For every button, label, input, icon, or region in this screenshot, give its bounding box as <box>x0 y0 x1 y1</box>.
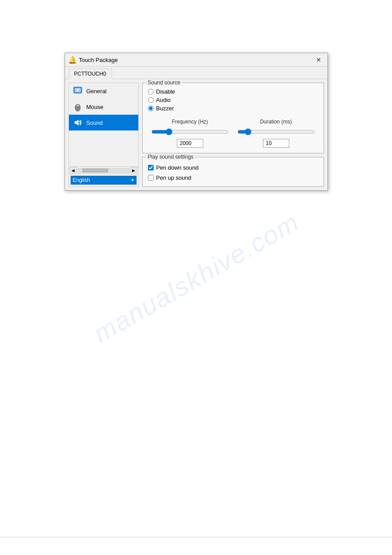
frequency-slider-group: Frequency (Hz) <box>151 119 229 148</box>
tab-bar: PCTTOUCH0 <box>65 67 327 79</box>
duration-slider-control <box>237 127 315 136</box>
close-button[interactable]: ✕ <box>313 54 324 65</box>
nav-item-mouse[interactable]: Mouse <box>69 99 138 115</box>
svg-point-8 <box>76 105 79 106</box>
dialog-title: Touch Package <box>79 57 324 63</box>
bottom-separator <box>0 537 392 537</box>
sound-label: Sound <box>86 120 103 126</box>
radio-disable[interactable]: Disable <box>148 88 318 95</box>
radio-disable-input[interactable] <box>148 89 154 94</box>
pen-down-checkbox[interactable] <box>148 165 154 170</box>
duration-slider-group: Duration (ms) <box>237 119 315 148</box>
pen-up-label: Pen up sound <box>156 174 191 181</box>
language-select[interactable]: English French German Spanish Japanese <box>71 176 137 185</box>
play-sound-group: Play sound settings Pen down sound Pen u… <box>142 157 324 187</box>
pen-down-checkbox-item[interactable]: Pen down sound <box>148 164 318 171</box>
sound-source-legend: Sound source <box>146 80 182 86</box>
play-sound-content: Pen down sound Pen up sound <box>148 164 318 181</box>
sliders-container: Frequency (Hz) Duration (ms) <box>148 119 318 148</box>
pen-down-label: Pen down sound <box>156 164 199 171</box>
dialog-body: i General Mouse <box>65 79 327 190</box>
nav-scroll-area <box>69 131 138 167</box>
svg-marker-9 <box>75 120 79 126</box>
dialog-icon: 🔔 <box>68 56 76 64</box>
sound-source-group: Sound source Disable Audio Buzzer <box>142 83 324 153</box>
watermark: manualskhive.com <box>88 206 304 348</box>
general-label: General <box>86 88 107 94</box>
duration-value-input[interactable] <box>263 139 289 148</box>
scroll-left-arrow[interactable]: ◀ <box>70 167 77 174</box>
nav-scrollbar: ◀ ▶ <box>69 167 138 174</box>
play-sound-legend: Play sound settings <box>146 154 195 160</box>
frequency-slider-control <box>151 127 229 136</box>
left-panel: i General Mouse <box>68 83 139 187</box>
radio-group-sound-source: Disable Audio Buzzer <box>148 88 318 112</box>
language-select-wrapper: English French German Spanish Japanese <box>71 176 137 185</box>
pen-up-checkbox-item[interactable]: Pen up sound <box>148 174 318 181</box>
title-bar: 🔔 Touch Package ✕ <box>65 53 327 67</box>
radio-audio[interactable]: Audio <box>148 97 318 103</box>
svg-rect-3 <box>81 88 82 90</box>
right-panel: Sound source Disable Audio Buzzer <box>142 83 324 187</box>
duration-label: Duration (ms) <box>260 119 292 125</box>
svg-text:i: i <box>77 89 78 93</box>
radio-buzzer-input[interactable] <box>148 105 154 111</box>
scroll-right-arrow[interactable]: ▶ <box>130 167 137 174</box>
nav-item-general[interactable]: i General <box>69 83 138 99</box>
svg-rect-2 <box>73 88 74 90</box>
dialog-window: 🔔 Touch Package ✕ PCTTOUCH0 <box>65 53 328 191</box>
nav-item-sound[interactable]: Sound <box>69 115 138 131</box>
radio-audio-label: Audio <box>156 97 171 103</box>
mouse-label: Mouse <box>86 104 104 110</box>
radio-disable-label: Disable <box>156 88 175 95</box>
frequency-slider[interactable] <box>151 128 229 135</box>
frequency-value-input[interactable] <box>177 139 203 148</box>
radio-audio-input[interactable] <box>148 97 154 103</box>
radio-buzzer[interactable]: Buzzer <box>148 105 318 112</box>
pen-up-checkbox[interactable] <box>148 175 154 181</box>
duration-slider[interactable] <box>237 128 315 135</box>
mouse-icon <box>72 102 83 112</box>
tab-pcttouch0[interactable]: PCTTOUCH0 <box>68 69 112 79</box>
general-icon: i <box>72 86 83 96</box>
frequency-label: Frequency (Hz) <box>172 119 208 125</box>
sound-icon <box>72 117 83 128</box>
language-selector-container: English French German Spanish Japanese <box>69 174 138 186</box>
radio-buzzer-label: Buzzer <box>156 105 174 112</box>
